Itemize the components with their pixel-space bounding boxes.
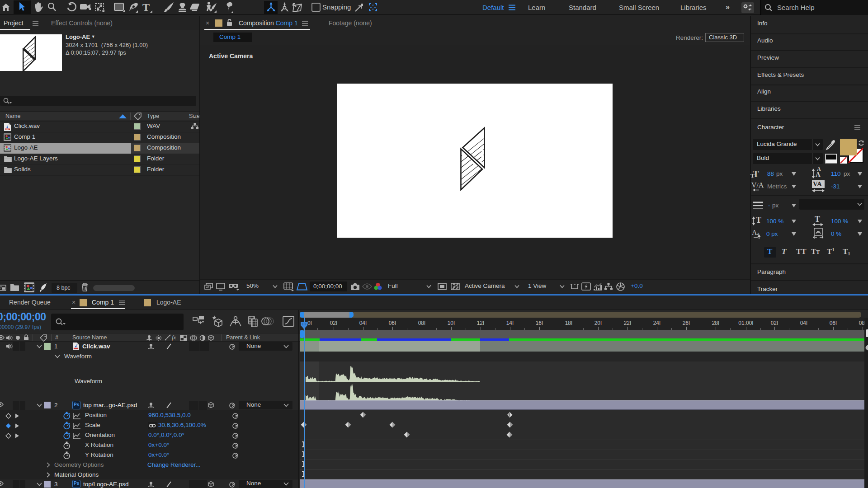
svg-text:WAV: WAV: [5, 129, 9, 131]
